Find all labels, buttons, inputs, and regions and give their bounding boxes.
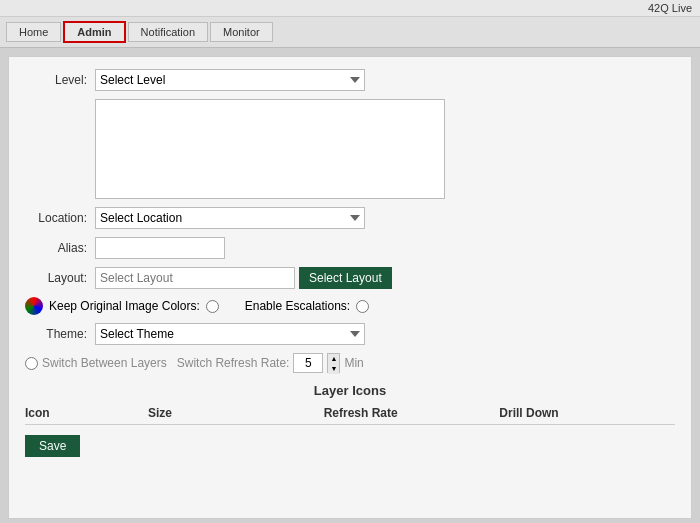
level-select[interactable]: Select Level [95,69,365,91]
layout-row: Layout: Select Layout [25,267,675,289]
theme-label: Theme: [25,327,95,341]
tab-monitor[interactable]: Monitor [210,22,273,42]
keep-image-radio[interactable] [206,300,219,313]
col-size: Size [148,406,324,420]
refresh-group: Switch Refresh Rate: ▲ ▼ Min [177,353,364,373]
theme-select[interactable]: Select Theme [95,323,365,345]
switch-layers-radio[interactable] [25,357,38,370]
app-title: 42Q Live [648,2,692,14]
switch-refresh-label: Switch Refresh Rate: [177,356,290,370]
layout-label: Layout: [25,271,95,285]
level-row: Level: Select Level [25,69,675,91]
color-icon [25,297,43,315]
switch-row: Switch Between Layers Switch Refresh Rat… [25,353,675,373]
enable-escalations-radio[interactable] [356,300,369,313]
alias-input[interactable] [95,237,225,259]
save-button[interactable]: Save [25,435,80,457]
theme-row: Theme: Select Theme [25,323,675,345]
col-refresh-rate: Refresh Rate [324,406,500,420]
enable-escalations-label: Enable Escalations: [245,299,350,313]
location-label: Location: [25,211,95,225]
layout-input[interactable] [95,267,295,289]
tab-home[interactable]: Home [6,22,61,42]
layer-icons-title: Layer Icons [25,383,675,398]
switch-layers-group: Switch Between Layers [25,356,167,370]
level-label: Level: [25,73,95,87]
table-header: Icon Size Refresh Rate Drill Down [25,406,675,425]
col-icon: Icon [25,406,148,420]
content-area [95,99,445,199]
spinner-down[interactable]: ▼ [328,364,339,374]
alias-label: Alias: [25,241,95,255]
refresh-spinner[interactable]: ▲ ▼ [327,353,340,373]
alias-row: Alias: [25,237,675,259]
col-drill-down: Drill Down [499,406,675,420]
tab-admin[interactable]: Admin [63,21,125,43]
keep-image-label: Keep Original Image Colors: [49,299,200,313]
main-content: Level: Select Level Location: Select Loc… [8,56,692,519]
location-select[interactable]: Select Location [95,207,365,229]
tab-notification[interactable]: Notification [128,22,208,42]
select-layout-button[interactable]: Select Layout [299,267,392,289]
spinner-up[interactable]: ▲ [328,354,339,364]
refresh-rate-input[interactable] [293,353,323,373]
switch-layers-label: Switch Between Layers [42,356,167,370]
options-row: Keep Original Image Colors: Enable Escal… [25,297,675,315]
nav-bar: Home Admin Notification Monitor [0,17,700,48]
title-bar: 42Q Live [0,0,700,17]
location-row: Location: Select Location [25,207,675,229]
min-label: Min [344,356,363,370]
